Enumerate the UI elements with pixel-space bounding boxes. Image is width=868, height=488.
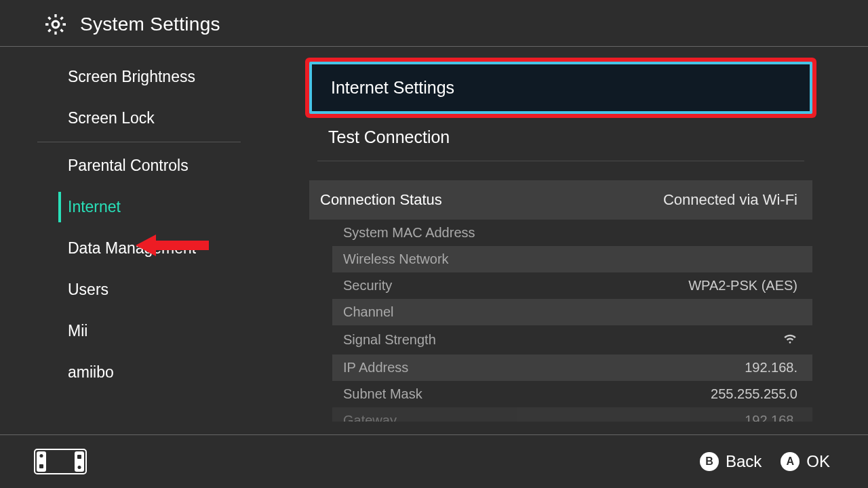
internet-settings-button[interactable]: Internet Settings [309,62,812,114]
sidebar-item-parental-controls[interactable]: Parental Controls [0,145,278,186]
sidebar-divider [37,142,241,142]
detail-value: WPA2-PSK (AES) [688,278,797,293]
test-connection-button[interactable]: Test Connection [309,114,812,161]
detail-label: Signal Strength [343,332,436,348]
sidebar-item-screen-lock[interactable]: Screen Lock [0,98,278,139]
divider [317,161,804,161]
footer-hints: B Back A OK [700,452,830,471]
detail-label: Channel [343,304,394,320]
controller-icon [34,449,87,474]
detail-value: 255.255.255.0 [711,386,797,402]
detail-row-wireless-network: Wireless Network [332,246,812,272]
sidebar-item-internet[interactable]: Internet [0,186,278,228]
back-label: Back [726,452,762,471]
connection-detail-list: System MAC Address Wireless Network Secu… [309,220,812,422]
connection-status-header: Connection Status Connected via Wi-Fi [309,180,812,220]
a-button-icon: A [781,452,800,471]
detail-row-channel: Channel [332,299,812,325]
connection-status-block: Connection Status Connected via Wi-Fi Sy… [309,180,812,422]
detail-label: IP Address [343,360,408,375]
b-button-icon: B [700,452,719,471]
detail-value: 192.168. [745,360,797,375]
page-title: System Settings [80,14,220,35]
svg-point-0 [52,21,59,28]
wifi-icon [783,331,797,346]
detail-value: 192.168. [745,413,797,422]
sidebar-item-amiibo[interactable]: amiibo [0,352,278,393]
detail-label: Wireless Network [343,251,449,267]
detail-label: System MAC Address [343,225,475,241]
detail-label: Security [343,278,392,293]
footer: B Back A OK [0,434,868,488]
gear-icon [43,12,68,37]
header: System Settings [0,0,868,47]
detail-row-ip-address: IP Address 192.168. [332,354,812,381]
sidebar-item-data-management[interactable]: Data Management [0,228,278,269]
detail-row-security: Security WPA2-PSK (AES) [332,272,812,299]
sidebar-item-screen-brightness[interactable]: Screen Brightness [0,56,278,98]
detail-value [783,331,797,349]
back-button[interactable]: B Back [700,452,762,471]
main-panel: Internet Settings Test Connection Connec… [278,47,868,422]
body: Screen Brightness Screen Lock Parental C… [0,47,868,422]
detail-row-signal-strength: Signal Strength [332,325,812,354]
connection-status-value: Connected via Wi-Fi [663,191,797,209]
sidebar: Screen Brightness Screen Lock Parental C… [0,47,278,422]
detail-row-mac: System MAC Address [332,220,812,246]
detail-label: Gateway [343,413,397,422]
ok-button[interactable]: A OK [781,452,830,471]
connection-status-label: Connection Status [320,191,442,209]
sidebar-item-mii[interactable]: Mii [0,310,278,352]
sidebar-item-users[interactable]: Users [0,269,278,310]
detail-row-gateway: Gateway 192.168. [332,407,812,422]
ok-label: OK [806,452,830,471]
detail-row-subnet-mask: Subnet Mask 255.255.255.0 [332,381,812,407]
detail-label: Subnet Mask [343,386,422,402]
